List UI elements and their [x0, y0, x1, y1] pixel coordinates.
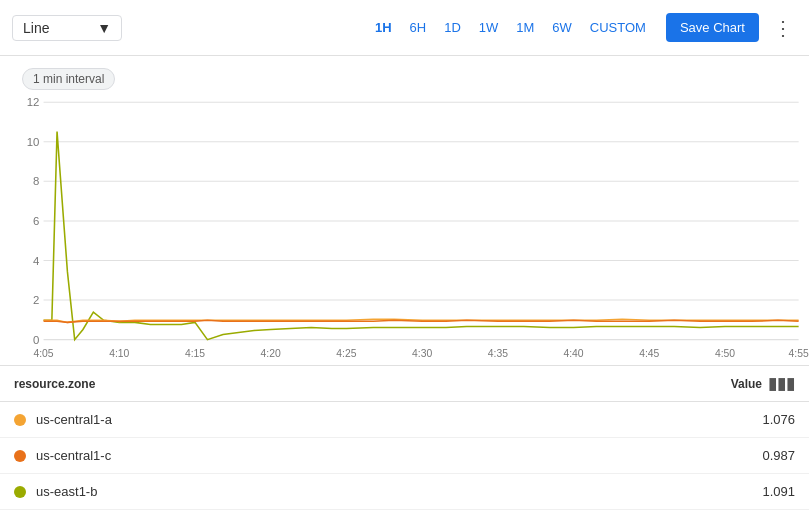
time-filter-6w[interactable]: 6W: [546, 16, 578, 39]
series-us-central1-c: [44, 320, 799, 322]
svg-text:4:05: 4:05: [33, 348, 53, 359]
table-row: us-central1-a 1.076: [0, 402, 809, 438]
time-filter-1w[interactable]: 1W: [473, 16, 505, 39]
column-settings-icon[interactable]: ▮▮▮: [768, 374, 795, 393]
svg-text:4:35: 4:35: [488, 348, 508, 359]
svg-text:12: 12: [27, 96, 40, 108]
chart-type-dropdown[interactable]: Line ▼: [12, 15, 122, 41]
zone-label-central1-c: us-central1-c: [36, 448, 111, 463]
value-central1-a: 1.076: [762, 412, 795, 427]
time-filter-group: 1H 6H 1D 1W 1M 6W CUSTOM Save Chart ⋮: [369, 12, 797, 44]
svg-text:4:40: 4:40: [563, 348, 583, 359]
value-central1-c: 0.987: [762, 448, 795, 463]
time-filter-1d[interactable]: 1D: [438, 16, 467, 39]
time-filter-1h[interactable]: 1H: [369, 16, 398, 39]
svg-text:0: 0: [33, 334, 39, 346]
svg-text:4:50: 4:50: [715, 348, 735, 359]
chart-wrapper: 0 2 4 6 8 10 12 4:05 4:10 4:15 4:20 4:25…: [0, 91, 809, 365]
svg-text:4:45: 4:45: [639, 348, 659, 359]
chart-area: 1 min interval 0 2 4 6 8 10 12 4:05 4:10: [0, 56, 809, 366]
svg-text:10: 10: [27, 136, 40, 148]
table-row: us-central1-c 0.987: [0, 438, 809, 474]
svg-text:4:20: 4:20: [261, 348, 281, 359]
svg-text:2: 2: [33, 294, 39, 306]
table-row: us-east1-b 1.091: [0, 474, 809, 510]
line-chart: 0 2 4 6 8 10 12 4:05 4:10 4:15 4:20 4:25…: [0, 91, 809, 365]
time-filter-6h[interactable]: 6H: [404, 16, 433, 39]
svg-text:4:10: 4:10: [109, 348, 129, 359]
svg-text:4: 4: [33, 255, 39, 267]
chart-header: Line ▼ 1H 6H 1D 1W 1M 6W CUSTOM Save Cha…: [0, 0, 809, 56]
svg-text:4:15: 4:15: [185, 348, 205, 359]
svg-text:8: 8: [33, 175, 39, 187]
data-table: resource.zone Value ▮▮▮ us-central1-a 1.…: [0, 366, 809, 510]
table-header: resource.zone Value ▮▮▮: [0, 366, 809, 402]
save-chart-button[interactable]: Save Chart: [666, 13, 759, 42]
time-filter-custom[interactable]: CUSTOM: [584, 16, 652, 39]
svg-text:6: 6: [33, 215, 39, 227]
more-options-button[interactable]: ⋮: [769, 12, 797, 44]
series-us-east1-b: [44, 132, 799, 340]
dropdown-arrow-icon: ▼: [97, 20, 111, 36]
zone-label-central1-a: us-central1-a: [36, 412, 112, 427]
series-dot-central1-c: [14, 450, 26, 462]
svg-text:4:55: 4:55: [789, 348, 809, 359]
series-dot-central1-a: [14, 414, 26, 426]
zone-label-east1-b: us-east1-b: [36, 484, 97, 499]
time-filter-1m[interactable]: 1M: [510, 16, 540, 39]
series-dot-east1-b: [14, 486, 26, 498]
svg-text:4:30: 4:30: [412, 348, 432, 359]
column-value-label: Value: [731, 377, 762, 391]
column-resource-zone: resource.zone: [14, 377, 95, 391]
chart-type-label: Line: [23, 20, 49, 36]
svg-text:4:25: 4:25: [336, 348, 356, 359]
interval-badge: 1 min interval: [22, 68, 115, 90]
value-east1-b: 1.091: [762, 484, 795, 499]
